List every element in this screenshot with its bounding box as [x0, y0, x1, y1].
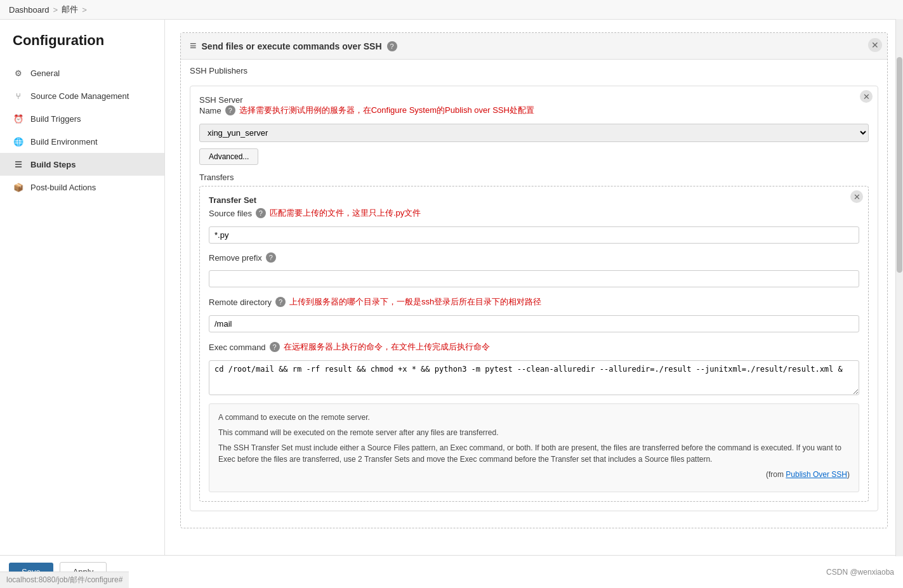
- remove-prefix-help-icon[interactable]: ?: [266, 252, 276, 263]
- remote-directory-section: Remote directory ? 上传到服务器的哪个目录下，一般是ssh登录…: [209, 296, 859, 332]
- sidebar-item-general[interactable]: ⚙ General: [0, 62, 164, 84]
- exec-command-help-box: A command to execute on the remote serve…: [209, 403, 859, 492]
- exec-command-section: Exec command ? 在远程服务器上执行的命令，在文件上传完成后执行命令…: [209, 341, 859, 492]
- plugin-section: ≡ Send files or execute commands over SS…: [180, 32, 888, 528]
- gear-icon: ⚙: [13, 67, 24, 79]
- plugin-title: Send files or execute commands over SSH: [202, 41, 382, 51]
- publish-over-ssh-link[interactable]: Publish Over SSH: [786, 470, 847, 479]
- breadcrumb-sep2: >: [82, 5, 87, 15]
- sidebar-item-build-steps[interactable]: ☰ Build Steps: [0, 153, 164, 176]
- main-content: ≡ Send files or execute commands over SS…: [165, 20, 903, 588]
- sidebar-label-source-code: Source Code Management: [30, 91, 129, 101]
- plugin-help-icon[interactable]: ?: [387, 41, 397, 51]
- sidebar: Configuration ⚙ General ⑂ Source Code Ma…: [0, 20, 165, 588]
- remove-prefix-input[interactable]: [209, 270, 859, 287]
- ssh-server-close-button[interactable]: ✕: [860, 90, 873, 103]
- status-bar-text: CSDN @wenxiaoba: [826, 568, 894, 577]
- transfer-set-title: Transfer Set: [209, 195, 859, 205]
- remove-prefix-section: Remove prefix ?: [209, 252, 859, 287]
- plugin-header: ≡ Send files or execute commands over SS…: [181, 33, 887, 60]
- sidebar-label-build-triggers: Build Triggers: [30, 114, 81, 124]
- scrollbar-thumb[interactable]: [897, 57, 902, 273]
- source-files-label: Source files: [209, 209, 252, 218]
- source-files-row: Source files ? 匹配需要上传的文件，这里只上传.py文件: [209, 207, 859, 219]
- source-files-annotation: 匹配需要上传的文件，这里只上传.py文件: [270, 207, 421, 219]
- help-box-from: (from: [766, 470, 786, 479]
- fork-icon: ⑂: [13, 90, 24, 101]
- name-label: Name: [199, 106, 221, 115]
- exec-command-help-icon[interactable]: ?: [270, 342, 280, 352]
- name-help-icon[interactable]: ?: [225, 105, 235, 115]
- help-box-line1: A command to execute on the remote serve…: [218, 412, 850, 423]
- exec-command-textarea[interactable]: cd /root/mail && rm -rf result && chmod …: [209, 360, 859, 395]
- remote-directory-help-icon[interactable]: ?: [275, 297, 286, 307]
- remote-directory-row: Remote directory ? 上传到服务器的哪个目录下，一般是ssh登录…: [209, 296, 859, 308]
- help-box-close: ): [847, 470, 850, 479]
- remote-directory-label: Remote directory: [209, 297, 272, 307]
- source-files-input[interactable]: [209, 226, 859, 244]
- sidebar-label-build-environment: Build Environment: [30, 137, 98, 147]
- name-annotation: 选择需要执行测试用例的服务器，在Configure System的Publish…: [239, 105, 534, 116]
- remove-prefix-label: Remove prefix: [209, 253, 262, 263]
- advanced-button[interactable]: Advanced...: [199, 148, 258, 165]
- help-box-line3: The SSH Transfer Set must include either…: [218, 442, 850, 465]
- breadcrumb-sep1: >: [53, 5, 58, 15]
- exec-command-row: Exec command ? 在远程服务器上执行的命令，在文件上传完成后执行命令: [209, 341, 859, 353]
- remote-directory-input[interactable]: [209, 315, 859, 332]
- remote-directory-annotation: 上传到服务器的哪个目录下，一般是ssh登录后所在目录下的相对路径: [289, 296, 541, 308]
- transfer-set-close-button[interactable]: ✕: [850, 190, 863, 203]
- sidebar-label-post-build: Post-build Actions: [30, 183, 96, 192]
- list-icon: ☰: [13, 159, 24, 170]
- remove-prefix-row: Remove prefix ?: [209, 252, 859, 263]
- help-box-from-line: (from Publish Over SSH): [218, 469, 850, 480]
- plugin-close-button[interactable]: ✕: [868, 38, 882, 52]
- clock-icon: ⏰: [13, 113, 24, 124]
- box-icon: 📦: [13, 181, 24, 193]
- sidebar-label-general: General: [30, 69, 60, 78]
- sidebar-item-build-triggers[interactable]: ⏰ Build Triggers: [0, 107, 164, 130]
- breadcrumb-dashboard[interactable]: Dashboard: [9, 5, 49, 15]
- sidebar-item-source-code[interactable]: ⑂ Source Code Management: [0, 84, 164, 107]
- server-select[interactable]: xing_yun_server: [199, 124, 869, 142]
- exec-command-annotation: 在远程服务器上执行的命令，在文件上传完成后执行命令: [284, 341, 490, 353]
- ssh-publishers-label: SSH Publishers: [181, 60, 887, 79]
- globe-icon: 🌐: [13, 136, 24, 147]
- footer-bar: Save Apply CSDN @wenxiaoba: [0, 555, 903, 588]
- url-bar: localhost:8080/job/邮件/configure#: [0, 572, 129, 588]
- transfer-set-section: ✕ Transfer Set Source files ? 匹配需要上传的文件，…: [199, 186, 869, 502]
- ssh-server-title: SSH Server: [199, 95, 869, 105]
- exec-command-label: Exec command: [209, 343, 266, 352]
- breadcrumb-job[interactable]: 邮件: [62, 4, 78, 15]
- sidebar-title: Configuration: [0, 32, 164, 62]
- help-box-line2: This command will be executed on the rem…: [218, 427, 850, 438]
- breadcrumb-bar: Dashboard > 邮件 >: [0, 0, 903, 20]
- name-field-row: Name ? 选择需要执行测试用例的服务器，在Configure System的…: [199, 105, 869, 116]
- sidebar-label-build-steps: Build Steps: [30, 160, 76, 169]
- ssh-server-section: ✕ SSH Server Name ? 选择需要执行测试用例的服务器，在Conf…: [190, 86, 878, 511]
- sidebar-item-post-build[interactable]: 📦 Post-build Actions: [0, 176, 164, 199]
- plugin-header-icon: ≡: [190, 39, 197, 53]
- source-files-help-icon[interactable]: ?: [256, 208, 266, 218]
- sidebar-item-build-environment[interactable]: 🌐 Build Environment: [0, 130, 164, 153]
- transfers-label: Transfers: [199, 173, 869, 182]
- scrollbar[interactable]: [895, 19, 903, 556]
